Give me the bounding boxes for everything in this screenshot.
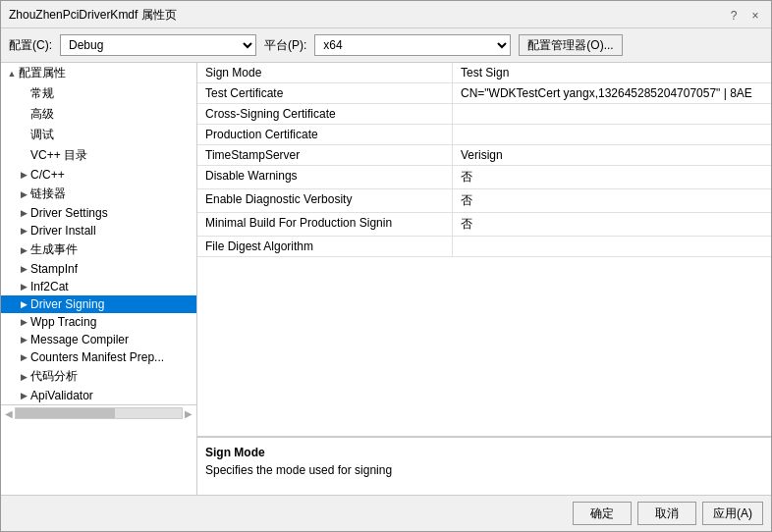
prop-name-cross-signing: Cross-Signing Certificate [197, 104, 453, 124]
scroll-left-btn[interactable]: ◀ [5, 408, 13, 419]
prop-name-test-cert: Test Certificate [197, 83, 453, 103]
config-manager-button[interactable]: 配置管理器(O)... [519, 34, 622, 56]
config-props-label: 配置属性 [19, 65, 66, 81]
prop-row-file-digest[interactable]: File Digest Algorithm [197, 237, 771, 257]
sidebar-item-wpp-tracing[interactable]: ▶ Wpp Tracing [1, 313, 196, 331]
toolbar: 配置(C): Debug 平台(P): x64 配置管理器(O)... [1, 28, 771, 62]
prop-value-cross-signing [453, 104, 771, 124]
sidebar-header[interactable]: ▲ 配置属性 [1, 63, 196, 83]
description-panel: Sign Mode Specifies the mode used for si… [197, 436, 771, 495]
platform-label: 平台(P): [264, 37, 306, 54]
sidebar-item-changgui[interactable]: 常规 [1, 83, 196, 104]
sidebar-item-linker[interactable]: ▶ 链接器 [1, 184, 196, 204]
prop-row-sign-mode[interactable]: Sign Mode Test Sign [197, 63, 771, 83]
description-title: Sign Mode [205, 446, 763, 459]
cancel-button[interactable]: 取消 [637, 502, 696, 525]
prop-value-file-digest [453, 237, 771, 256]
description-text: Specifies the mode used for signing [205, 463, 763, 477]
sidebar-item-code-analysis[interactable]: ▶ 代码分析 [1, 366, 196, 387]
prop-row-cross-signing[interactable]: Cross-Signing Certificate [197, 104, 771, 125]
hscrollbar[interactable] [15, 407, 183, 419]
prop-name-disable-warnings: Disable Warnings [197, 166, 453, 188]
title-bar: ZhouZhenPciDriverKmdf 属性页 ? × [1, 1, 771, 28]
platform-select[interactable]: x64 [314, 34, 511, 56]
sidebar-item-build-event[interactable]: ▶ 生成事件 [1, 239, 196, 260]
config-label: 配置(C): [9, 37, 52, 54]
prop-name-sign-mode: Sign Mode [197, 63, 453, 82]
prop-name-diag-verbosity: Enable Diagnostic Verbosity [197, 189, 453, 212]
prop-row-test-cert[interactable]: Test Certificate CN="WDKTestCert yangx,1… [197, 83, 771, 104]
sidebar-item-cpp[interactable]: ▶ C/C++ [1, 166, 196, 184]
help-button[interactable]: ? [726, 8, 742, 24]
sidebar-item-driver-signing[interactable]: ▶ Driver Signing [1, 295, 196, 313]
sidebar: ▲ 配置属性 常规 高级 调试 VC++ 目录 ▶ C/C++ [1, 63, 197, 495]
prop-row-minimal-build[interactable]: Minimal Build For Production Signin 否 [197, 213, 771, 237]
config-props-arrow: ▲ [5, 69, 19, 79]
sidebar-hscroll-area: ◀ ▶ [1, 404, 196, 421]
prop-value-timestamp: Verisign [453, 145, 771, 165]
property-table: Sign Mode Test Sign Test Certificate CN=… [197, 63, 771, 436]
title-controls: ? × [726, 8, 763, 24]
prop-name-timestamp: TimeStampServer [197, 145, 453, 165]
ok-button[interactable]: 确定 [573, 502, 632, 525]
right-panel: Sign Mode Test Sign Test Certificate CN=… [197, 63, 771, 495]
prop-value-minimal-build: 否 [453, 213, 771, 236]
prop-row-disable-warnings[interactable]: Disable Warnings 否 [197, 166, 771, 189]
window-title: ZhouZhenPciDriverKmdf 属性页 [9, 7, 177, 24]
apply-button[interactable]: 应用(A) [702, 502, 763, 525]
sidebar-item-api-validator[interactable]: ▶ ApiValidator [1, 387, 196, 404]
sidebar-item-message-compiler[interactable]: ▶ Message Compiler [1, 331, 196, 348]
prop-name-prod-cert: Production Certificate [197, 125, 453, 144]
prop-row-prod-cert[interactable]: Production Certificate [197, 125, 771, 145]
sidebar-item-gaoji[interactable]: 高级 [1, 104, 196, 125]
sidebar-item-driver-settings[interactable]: ▶ Driver Settings [1, 204, 196, 222]
prop-name-minimal-build: Minimal Build For Production Signin [197, 213, 453, 236]
close-button[interactable]: × [747, 8, 763, 24]
sidebar-item-inf2cat[interactable]: ▶ Inf2Cat [1, 278, 196, 295]
dialog-window: ZhouZhenPciDriverKmdf 属性页 ? × 配置(C): Deb… [0, 0, 772, 532]
sidebar-item-tiaoshi[interactable]: 调试 [1, 125, 196, 145]
sidebar-item-driver-install[interactable]: ▶ Driver Install [1, 222, 196, 239]
prop-row-diag-verbosity[interactable]: Enable Diagnostic Verbosity 否 [197, 189, 771, 213]
prop-value-prod-cert [453, 125, 771, 144]
config-select[interactable]: Debug [60, 34, 256, 56]
sidebar-item-counters-manifest[interactable]: ▶ Counters Manifest Prep... [1, 348, 196, 366]
sidebar-item-stampinf[interactable]: ▶ StampInf [1, 260, 196, 278]
prop-name-file-digest: File Digest Algorithm [197, 237, 453, 256]
prop-value-test-cert: CN="WDKTestCert yangx,132645285204707057… [453, 83, 771, 103]
prop-row-timestamp[interactable]: TimeStampServer Verisign [197, 145, 771, 166]
sidebar-item-vcpp[interactable]: VC++ 目录 [1, 145, 196, 166]
main-content: ▲ 配置属性 常规 高级 调试 VC++ 目录 ▶ C/C++ [1, 62, 771, 495]
prop-value-diag-verbosity: 否 [453, 189, 771, 212]
prop-value-disable-warnings: 否 [453, 166, 771, 188]
scroll-right-btn[interactable]: ▶ [185, 408, 193, 419]
footer: 确定 取消 应用(A) [1, 495, 771, 531]
prop-value-sign-mode: Test Sign [453, 63, 771, 82]
